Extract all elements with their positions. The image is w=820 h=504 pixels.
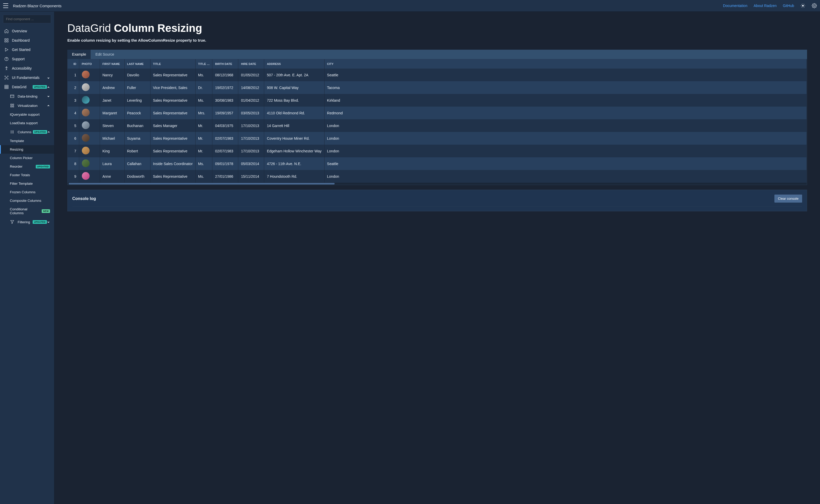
table-row[interactable]: 2AndrewFullerVice President, SalesDr.19/… <box>68 81 807 94</box>
theme-toggle-icon[interactable] <box>800 3 806 8</box>
table-row[interactable]: 8LauraCallahanInside Sales CoordinatorMs… <box>68 157 807 170</box>
horizontal-scrollbar[interactable] <box>68 183 807 185</box>
sidebar-item-data-binding[interactable]: Data-binding <box>0 92 54 101</box>
sidebar-item-label: IQueryable support <box>10 113 50 116</box>
cell-titleofcourtesy: Ms. <box>195 157 213 170</box>
sidebar-item-template[interactable]: Template <box>0 137 54 145</box>
cell-titleofcourtesy: Ms. <box>195 170 213 183</box>
cell-birthdate: 19/02/1972 <box>213 81 238 94</box>
sidebar-item-filtering[interactable]: FilteringUPDATED <box>0 217 54 227</box>
cell-titleofcourtesy: Ms. <box>195 69 213 81</box>
sidebar-item-columns[interactable]: ColumnsUPDATED <box>0 127 54 137</box>
search-input[interactable] <box>3 15 51 23</box>
sidebar-item-label: Support <box>12 57 50 61</box>
cell-address: Coventry House Miner Rd. <box>264 132 324 145</box>
cell-id: 3 <box>68 94 79 107</box>
sidebar-item-composite-columns[interactable]: Composite Columns <box>0 196 54 205</box>
cell-birthdate: 04/03/1975 <box>213 119 238 132</box>
sidebar-item-label: Overview <box>12 29 50 33</box>
sidebar-item-label: Virtualization <box>18 104 47 108</box>
badge-updated: UPDATED <box>33 220 47 224</box>
table-row[interactable]: 5StevenBuchananSales ManagerMr.04/03/197… <box>68 119 807 132</box>
column-header[interactable]: ID <box>68 59 79 69</box>
dashboard-icon <box>4 38 9 43</box>
cell-title: Sales Representative <box>150 132 195 145</box>
column-header[interactable]: PHOTO <box>79 59 100 69</box>
cell-id: 8 <box>68 157 79 170</box>
svg-point-16 <box>6 66 7 67</box>
avatar <box>82 134 90 142</box>
sidebar-item-label: Column Picker <box>10 156 50 160</box>
cell-firstname: Anne <box>100 170 124 183</box>
sidebar-item-virtualization[interactable]: Virtualization <box>0 101 54 110</box>
cell-title: Vice President, Sales <box>150 81 195 94</box>
column-header[interactable]: ADDRESS <box>264 59 324 69</box>
cell-lastname: Davolio <box>124 69 150 81</box>
column-header[interactable]: FIRST NAME <box>100 59 124 69</box>
table-row[interactable]: 4MargaretPeacockSales RepresentativeMrs.… <box>68 107 807 119</box>
sidebar-item-footer-totals[interactable]: Footer Totals <box>0 171 54 179</box>
tab-edit-source[interactable]: Edit Source <box>91 50 119 59</box>
sidebar-item-conditional-columns[interactable]: Conditional ColumnsNEW <box>0 205 54 217</box>
settings-icon[interactable] <box>812 3 817 8</box>
sidebar-item-reorder[interactable]: ReorderUPDATED <box>0 162 54 171</box>
sidebar-item-support[interactable]: Support <box>0 54 54 64</box>
console-title: Console log <box>72 196 96 201</box>
table-row[interactable]: 1NancyDavolioSales RepresentativeMs.08/1… <box>68 69 807 81</box>
sidebar-item-dashboard[interactable]: Dashboard <box>0 36 54 45</box>
sidebar-item-ui-fundamentals[interactable]: UI Fundamentals <box>0 73 54 82</box>
sidebar-item-accessibility[interactable]: Accessibility <box>0 64 54 73</box>
column-header[interactable]: CITY <box>324 59 807 69</box>
cell-id: 9 <box>68 170 79 183</box>
sidebar-item-iqueryable-support[interactable]: IQueryable support <box>0 110 54 119</box>
cell-city: Seattle <box>324 69 807 81</box>
svg-line-7 <box>801 7 802 7</box>
avatar <box>82 83 90 91</box>
sidebar-item-label: Filter Template <box>10 182 50 186</box>
svg-rect-27 <box>10 95 14 98</box>
cell-firstname: Margaret <box>100 107 124 119</box>
column-header[interactable]: LAST NAME <box>124 59 150 69</box>
sidebar-item-filter-template[interactable]: Filter Template <box>0 179 54 188</box>
table-row[interactable]: 9AnneDodsworthSales RepresentativeMs.27/… <box>68 170 807 183</box>
chevron-up-icon <box>47 130 50 134</box>
tab-example[interactable]: Example <box>67 50 91 59</box>
cell-id: 6 <box>68 132 79 145</box>
menu-icon[interactable] <box>3 3 8 8</box>
column-header[interactable]: TITLE … <box>195 59 213 69</box>
toplink-github[interactable]: GitHub <box>783 4 794 8</box>
clear-console-button[interactable]: Clear console <box>774 195 802 203</box>
toplink-documentation[interactable]: Documentation <box>723 4 748 8</box>
svg-point-0 <box>802 5 804 7</box>
sidebar-item-get-started[interactable]: Get Started <box>0 45 54 54</box>
cell-title: Sales Representative <box>150 145 195 157</box>
cell-lastname: Suyama <box>124 132 150 145</box>
cell-birthdate: 30/08/1983 <box>213 94 238 107</box>
table-row[interactable]: 3JanetLeverlingSales RepresentativeMs.30… <box>68 94 807 107</box>
sidebar-item-frozen-columns[interactable]: Frozen Columns <box>0 188 54 196</box>
cell-lastname: Peacock <box>124 107 150 119</box>
sidebar-item-label: Get Started <box>12 48 50 52</box>
chevron-down-icon <box>47 76 50 79</box>
sidebar-item-column-picker[interactable]: Column Picker <box>0 154 54 162</box>
table-row[interactable]: 7KingRobertSales RepresentativeMr.02/07/… <box>68 145 807 157</box>
avatar <box>82 159 90 167</box>
column-header[interactable]: BIRTH DATE <box>213 59 238 69</box>
column-header[interactable]: TITLE <box>150 59 195 69</box>
cell-city: London <box>324 145 807 157</box>
sidebar-item-label: Resizing <box>10 147 50 151</box>
sidebar-item-label: Columns <box>18 130 31 134</box>
svg-point-15 <box>6 60 7 60</box>
toplink-about[interactable]: About Radzen <box>754 4 777 8</box>
avatar <box>82 71 90 78</box>
sidebar-item-datagrid[interactable]: DataGridUPDATED <box>0 82 54 92</box>
cell-photo <box>79 94 100 107</box>
sidebar-item-resizing[interactable]: Resizing <box>0 145 54 154</box>
topbar: Radzen Blazor Components Documentation A… <box>0 0 820 12</box>
column-header[interactable]: HIRE DATE <box>238 59 264 69</box>
cell-address: 507 - 20th Ave. E. Apt. 2A <box>264 69 324 81</box>
cell-city: London <box>324 132 807 145</box>
table-row[interactable]: 6MichaelSuyamaSales RepresentativeMr.02/… <box>68 132 807 145</box>
sidebar-item-overview[interactable]: Overview <box>0 26 54 36</box>
sidebar-item-loaddata-support[interactable]: LoadData support <box>0 119 54 127</box>
